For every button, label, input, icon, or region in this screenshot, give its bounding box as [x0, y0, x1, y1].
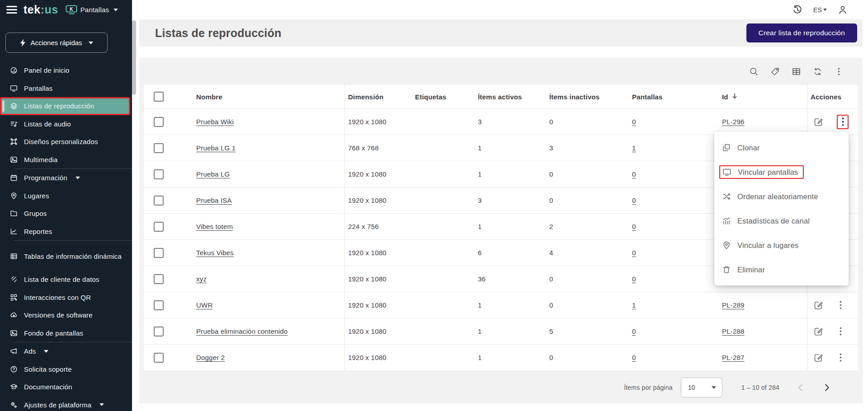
columns-icon[interactable]: [792, 67, 801, 76]
sidebar-item-solicita-soporte[interactable]: Solicita soporte: [0, 360, 132, 378]
row-more-button[interactable]: [837, 327, 844, 336]
sidebar-item-listas-de-audio[interactable]: Listas de audio: [0, 115, 132, 133]
sidebar-item-panel-de-inicio[interactable]: Panel de inicio: [0, 61, 132, 79]
playlist-name-link[interactable]: Vibes totem: [196, 223, 233, 230]
screens-count-link[interactable]: 0: [632, 196, 636, 204]
menu-item-ordenar-aleatoriamente[interactable]: Ordenar aleatoriamente: [714, 184, 849, 209]
sidebar-item-lugares[interactable]: Lugares: [0, 187, 132, 205]
more-icon[interactable]: [834, 67, 844, 76]
history-button[interactable]: [792, 5, 802, 15]
sidebar-item-programacion[interactable]: Programación: [0, 169, 132, 187]
playlist-name-link[interactable]: Prueba eliminación contenido: [196, 327, 288, 335]
column-header-items-activos[interactable]: Ítems activos: [478, 93, 549, 101]
screens-count-link[interactable]: 0: [632, 275, 636, 283]
sidebar-item-tablas-de-informacion-dinamica[interactable]: Tablas de información dinámica: [0, 246, 132, 266]
playlist-id-link[interactable]: PL-296: [722, 118, 745, 126]
inactive-items-value: 4: [549, 249, 553, 257]
row-checkbox[interactable]: [154, 248, 164, 258]
sidebar-item-lista-de-cliente-de-datos[interactable]: Lista de cliente de datos: [0, 271, 132, 289]
language-selector[interactable]: ES: [813, 6, 827, 14]
menu-item-vincular-pantallas[interactable]: Vincular pantallas: [714, 160, 849, 184]
sidebar-item-grupos[interactable]: Grupos: [0, 205, 132, 223]
sidebar-item-listas-de-reproduccion[interactable]: Listas de reproducción: [0, 97, 130, 115]
playlist-name-link[interactable]: UWR: [196, 301, 212, 309]
row-more-button[interactable]: [837, 353, 844, 363]
column-header-etiquetas[interactable]: Etiquetas: [415, 93, 478, 101]
row-checkbox[interactable]: [154, 353, 164, 363]
sidebar-item-pantallas[interactable]: Pantallas: [0, 79, 132, 98]
row-checkbox[interactable]: [154, 327, 164, 336]
playlist-id-link[interactable]: PL-289: [722, 301, 745, 309]
playlist-id-link[interactable]: PL-287: [722, 354, 745, 361]
search-icon[interactable]: [749, 67, 759, 76]
menu-item-vincular-a-lugares[interactable]: Vincular a lugares: [714, 233, 849, 257]
screens-count-link[interactable]: 0: [632, 223, 636, 230]
playlist-name-link[interactable]: Prueba Wiki: [196, 118, 234, 126]
edit-button[interactable]: [813, 117, 823, 127]
sidebar-item-ads[interactable]: Ads: [0, 342, 132, 360]
page-size-select[interactable]: 10: [681, 378, 722, 397]
sidebar-item-documentacion[interactable]: Documentación: [0, 378, 132, 396]
row-checkbox[interactable]: [154, 222, 164, 232]
profile-button[interactable]: [838, 5, 848, 15]
sidebar-item-fondo-de-pantallas[interactable]: Fondo de pantallas: [0, 324, 132, 342]
screens-count-link[interactable]: 0: [632, 249, 636, 257]
playlist-name-link[interactable]: Prueba LG 1: [196, 144, 236, 152]
screens-count-link[interactable]: 0: [632, 354, 636, 361]
row-more-button[interactable]: [837, 300, 844, 310]
screens-count-link[interactable]: 1: [632, 301, 636, 309]
playlist-name-link[interactable]: Dogger 2: [196, 354, 225, 361]
edit-button[interactable]: [813, 327, 823, 336]
edit-button[interactable]: [813, 353, 823, 363]
screens-count-link[interactable]: 0: [632, 327, 636, 335]
create-playlist-button[interactable]: Crear lista de reproducción: [746, 23, 858, 42]
playlist-id-link[interactable]: PL-288: [722, 327, 745, 335]
edit-button[interactable]: [813, 300, 823, 310]
menu-item-clonar[interactable]: Clonar: [714, 135, 849, 160]
row-more-button[interactable]: [837, 115, 849, 129]
table-row: UWR1920 x 1080101PL-289: [144, 292, 858, 318]
dimension-value: 1920 x 1080: [348, 354, 387, 361]
sidebar-item-multimedia[interactable]: Multimedia: [0, 151, 132, 169]
column-header-id[interactable]: Id: [722, 93, 807, 101]
row-checkbox[interactable]: [154, 143, 164, 153]
sidebar-item-label: Diseños personalizados: [24, 138, 98, 145]
hamburger-menu-icon[interactable]: [6, 6, 17, 14]
select-all-checkbox[interactable]: [154, 92, 164, 102]
column-header-nombre[interactable]: Nombre: [196, 93, 344, 101]
column-header-items-inactivos[interactable]: Ítems inactivos: [549, 93, 632, 101]
refresh-icon[interactable]: [813, 67, 822, 76]
quick-actions-button[interactable]: Acciones rápidas: [5, 33, 108, 53]
sidebar-item-ajustes-de-plataforma[interactable]: Ajustes de plataforma: [0, 396, 132, 411]
previous-page-button[interactable]: [796, 383, 806, 392]
tag-icon[interactable]: [770, 67, 780, 76]
sidebar-item-disenos-personalizados[interactable]: Diseños personalizados: [0, 133, 132, 151]
menu-item-estadisticas-de-canal[interactable]: Estadísticas de canal: [714, 209, 849, 233]
playlist-name-link[interactable]: xyz: [196, 275, 207, 283]
menu-item-eliminar[interactable]: Eliminar: [714, 257, 849, 282]
row-checkbox[interactable]: [154, 196, 164, 206]
sidebar-item-versiones-de-software[interactable]: Versiones de software: [0, 306, 132, 324]
screens-count-link[interactable]: 1: [632, 144, 636, 152]
screens-context-dropdown[interactable]: K Pantallas: [66, 5, 118, 14]
row-checkbox[interactable]: [154, 274, 164, 284]
sidebar-item-label: Tablas de información dinámica: [24, 252, 122, 261]
dimension-value: 1920 x 1080: [348, 275, 387, 283]
playlist-name-link[interactable]: Prueba LG: [196, 170, 230, 178]
row-checkbox[interactable]: [154, 300, 164, 310]
chevron-down-icon: [99, 403, 104, 406]
column-header-pantallas[interactable]: Pantallas: [632, 93, 722, 101]
row-checkbox[interactable]: [154, 117, 164, 127]
row-checkbox[interactable]: [154, 169, 164, 179]
screens-count-link[interactable]: 0: [632, 170, 636, 178]
screens-count-link[interactable]: 0: [632, 118, 636, 126]
sidebar-scrollbar[interactable]: [132, 20, 136, 95]
sidebar-item-interacciones-con-qr[interactable]: Interacciones con QR: [0, 289, 132, 307]
app-logo: tek:us: [24, 3, 58, 16]
next-page-button[interactable]: [822, 383, 832, 392]
column-header-dimension[interactable]: Dimensión: [344, 93, 415, 101]
column-header-acciones[interactable]: Acciones: [807, 93, 858, 101]
sidebar-item-reportes[interactable]: Reportes: [0, 223, 132, 241]
playlist-name-link[interactable]: Prueba ISA: [196, 196, 232, 204]
playlist-name-link[interactable]: Tekus Vibes: [196, 249, 234, 257]
